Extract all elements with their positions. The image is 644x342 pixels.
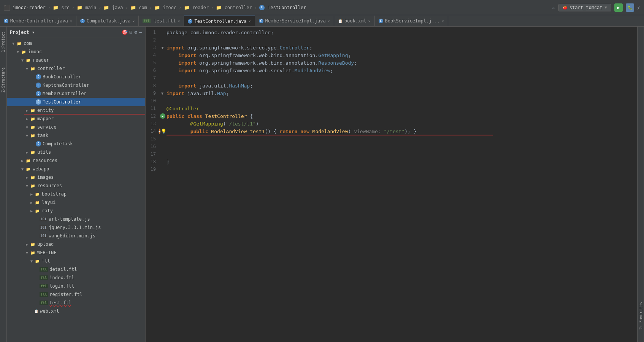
coverage-icon[interactable]: ⚡ (637, 5, 640, 11)
tree-item-test-ftl[interactable]: ftl test.ftl (7, 299, 145, 307)
tab-book-xml[interactable]: 📋 book.xml ✕ (334, 16, 375, 26)
tree-item-bootstrap[interactable]: ▶ 📁 bootstrap (7, 190, 145, 198)
tree-item-art-template[interactable]: 101 art-template.js (7, 215, 145, 223)
tree-item-imooc[interactable]: ▼ 📁 imooc (7, 48, 145, 56)
breadcrumb-com: 📁 com (130, 5, 147, 10)
tab-close-member-service-impl[interactable]: ✕ (328, 19, 330, 23)
folder-icon-webapp: 📁 (25, 166, 31, 172)
arrow-resources: ▶ (20, 159, 25, 163)
run-config-selector[interactable]: 🍅 start_tomcat ▼ (558, 4, 611, 11)
tree-item-bookcontroller[interactable]: C BookController (7, 73, 145, 81)
tree-item-register-ftl[interactable]: ftl register.ftl (7, 290, 145, 299)
folder-icon-webinf: 📁 (30, 250, 36, 256)
tab-compute-task[interactable]: C ComputeTask.java ✕ (76, 16, 139, 26)
breadcrumb-main: 📁 main (77, 5, 96, 10)
tree-item-computetask[interactable]: C ComputeTask (7, 140, 145, 148)
tree-item-membercontroller[interactable]: C MemberController (7, 89, 145, 98)
code-line-6: 6 import org.springframework.web.servlet… (146, 67, 637, 74)
label-bootstrap: bootstrap (42, 191, 67, 197)
tree-item-detail-ftl[interactable]: ftl detail.ftl (7, 265, 145, 274)
label-task: task (37, 133, 48, 138)
tree-item-entity[interactable]: ▶ 📁 entity (7, 106, 145, 115)
file-icon-detail-ftl: ftl (40, 267, 48, 272)
arrow-mapper: ▶ (24, 117, 30, 121)
code-line-12: 12 ▶ public class TestController { (146, 112, 637, 120)
tree-item-webapp[interactable]: ▼ 📁 webapp (7, 165, 145, 173)
tab-member-controller[interactable]: C MemberController.java ✕ (0, 16, 76, 26)
tree-item-jquery[interactable]: 101 jquery.3.3.1.min.js (7, 223, 145, 232)
fold-arrow-3[interactable]: ▼ (161, 46, 163, 50)
tab-close-book-xml[interactable]: ✕ (368, 19, 371, 23)
tree-item-controller[interactable]: ▼ 📁 controller (7, 64, 145, 73)
tab-close-compute-task[interactable]: ✕ (132, 19, 135, 23)
tab-icon-book-service-impl: C (379, 19, 383, 23)
tree-item-webxml[interactable]: 📋 web.xml (7, 307, 145, 315)
file-icon-jquery: 101 (40, 225, 47, 230)
tab-icon-book-xml: 📋 (338, 19, 343, 23)
right-side-labels: 2: Favorites (637, 27, 644, 342)
tree-item-webapp-resources[interactable]: ▼ 📁 resources (7, 181, 145, 190)
code-editor[interactable]: 1 package com.imooc.reader.controller; 2… (146, 27, 637, 342)
run-button[interactable]: ▶ (614, 3, 623, 12)
tree-item-resources[interactable]: ▶ 📁 resources (7, 156, 145, 165)
class-icon-computetask: C (36, 141, 41, 146)
tree-item-layui[interactable]: ▶ 📁 layui (7, 198, 145, 207)
settings-icon[interactable]: ⚙ (134, 29, 137, 35)
debug-button[interactable]: 🐛 (626, 3, 634, 12)
favorites-label[interactable]: 2: Favorites (639, 300, 643, 331)
folder-icon-service: 📁 (30, 124, 36, 130)
class-icon-bookcontroller: C (36, 74, 41, 80)
tree-item-ftl[interactable]: ▼ 📁 ftl (7, 257, 145, 265)
project-panel-label[interactable]: 1:Project (1, 30, 5, 54)
tree-item-utils[interactable]: ▶ 📁 utils (7, 148, 145, 156)
tree-item-login-ftl[interactable]: ftl login.ftl (7, 282, 145, 290)
file-icon-register-ftl: ftl (40, 292, 48, 297)
folder-icon-raty: 📁 (34, 208, 40, 214)
folder-icon-ftl: 📁 (34, 258, 40, 264)
tree-item-upload[interactable]: ▶ 📁 upload (7, 240, 145, 248)
run-gutter-14[interactable]: ▶ (159, 129, 161, 134)
tab-close-test-controller[interactable]: ✕ (249, 19, 251, 23)
label-webapp-resources: resources (37, 183, 62, 188)
code-area[interactable]: 1 package com.imooc.reader.controller; 2… (146, 27, 637, 342)
tree-item-kaptchacontroller[interactable]: C KaptchaController (7, 81, 145, 89)
tab-close-test-ftl[interactable]: ✕ (178, 19, 180, 23)
close-panel-icon[interactable]: — (139, 29, 142, 35)
file-icon-wangeditor: 101 (40, 234, 47, 238)
navigate-back-icon[interactable]: ← (552, 5, 555, 11)
folder-icon-controller: 📁 (30, 65, 36, 72)
collapse-icon[interactable]: ⊟ (130, 29, 133, 35)
label-resources: resources (33, 158, 57, 163)
arrow-webapp-resources: ▼ (24, 184, 30, 188)
label-com: com (24, 41, 32, 46)
tree-item-images[interactable]: ▶ 📁 images (7, 173, 145, 181)
run-gutter-12[interactable]: ▶ (160, 113, 165, 119)
structure-panel-label[interactable]: Z-Structure (1, 65, 5, 94)
tree-item-raty[interactable]: ▶ 📁 raty (7, 207, 145, 215)
label-login-ftl: login.ftl (49, 283, 74, 289)
tab-test-ftl[interactable]: ftl test.ftl ✕ (139, 16, 184, 26)
tree-item-index-ftl[interactable]: ftl index.ftl (7, 274, 145, 282)
tab-book-service-impl[interactable]: C BookServiceImpl.j... ✕ (375, 16, 449, 26)
tree-item-wangeditor[interactable]: 101 wangEditor.min.js (7, 232, 145, 240)
tree-item-com[interactable]: ▼ 📁 com (7, 39, 145, 48)
tree-item-mapper[interactable]: ▶ 📁 mapper (7, 115, 145, 123)
label-entity: entity (37, 108, 54, 113)
tree-item-task[interactable]: ▼ 📁 task (7, 131, 145, 140)
tab-member-service-impl[interactable]: C MemberServiceImpl.java ✕ (255, 16, 334, 26)
folder-icon-com: 📁 (16, 40, 22, 46)
bulb-icon[interactable]: 💡 (161, 129, 167, 134)
breadcrumb: ⬛ imooc-reader › 📁 src › 📁 main › 📁 java… (4, 5, 306, 11)
fold-arrow-9[interactable]: ▼ (161, 91, 163, 95)
tree-item-testcontroller[interactable]: C TestController (7, 98, 145, 106)
tab-icon-test-ftl: ftl (143, 19, 150, 23)
folder-icon-images: 📁 (30, 174, 36, 180)
tab-test-controller[interactable]: C TestController.java ✕ (184, 16, 255, 26)
locate-icon[interactable]: 🎯 (122, 29, 128, 35)
tab-close-member-controller[interactable]: ✕ (70, 19, 72, 23)
code-line-11: 11 @Controller (146, 105, 637, 112)
tab-close-book-service-impl[interactable]: ✕ (442, 19, 444, 23)
tree-item-service[interactable]: ▼ 📁 service (7, 123, 145, 131)
tree-item-reader[interactable]: ▼ 📁 reader (7, 56, 145, 64)
tree-item-webinf[interactable]: ▼ 📁 WEB-INF (7, 248, 145, 257)
